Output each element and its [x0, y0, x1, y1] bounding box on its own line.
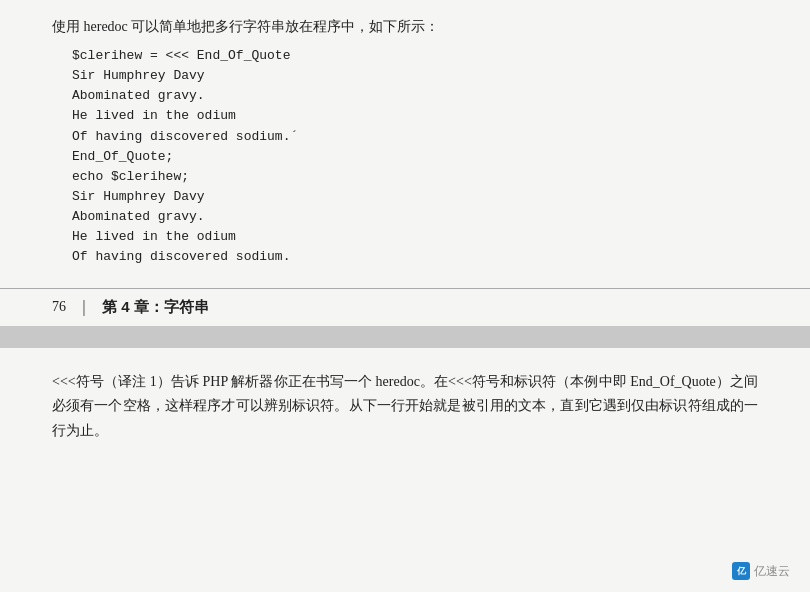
- gray-band: [0, 326, 810, 348]
- page-container: 使用 heredoc 可以简单地把多行字符串放在程序中，如下所示： $cleri…: [0, 0, 810, 592]
- code-line: He lived in the odium: [72, 227, 758, 247]
- code-line: Of having discovered sodium.: [72, 247, 758, 267]
- watermark: 亿 亿速云: [732, 562, 790, 580]
- code-line: Abominated gravy.: [72, 207, 758, 227]
- watermark-icon: 亿: [732, 562, 750, 580]
- watermark-label: 亿速云: [754, 563, 790, 580]
- bottom-page: <<<符号（译注 1）告诉 PHP 解析器你正在书写一个 heredoc。在<<…: [0, 348, 810, 592]
- code-line: $clerihew = <<< End_Of_Quote: [72, 46, 758, 66]
- code-line: Sir Humphrey Davy: [72, 187, 758, 207]
- code-line: End_Of_Quote;: [72, 147, 758, 167]
- top-page: 使用 heredoc 可以简单地把多行字符串放在程序中，如下所示： $cleri…: [0, 0, 810, 288]
- code-line: Abominated gravy.: [72, 86, 758, 106]
- code-line: Of having discovered sodium.´: [72, 127, 758, 147]
- page-footer: 76 ｜ 第 4 章：字符串: [0, 288, 810, 326]
- intro-text: 使用 heredoc 可以简单地把多行字符串放在程序中，如下所示：: [52, 18, 758, 36]
- code-line: He lived in the odium: [72, 106, 758, 126]
- code-line: echo $clerihew;: [72, 167, 758, 187]
- code-line: Sir Humphrey Davy: [72, 66, 758, 86]
- page-number: 76: [52, 299, 66, 315]
- chapter-title: 第 4 章：字符串: [102, 298, 209, 317]
- separator: ｜: [76, 297, 92, 318]
- body-text: <<<符号（译注 1）告诉 PHP 解析器你正在书写一个 heredoc。在<<…: [52, 370, 758, 444]
- code-block: $clerihew = <<< End_Of_QuoteSir Humphrey…: [52, 46, 758, 268]
